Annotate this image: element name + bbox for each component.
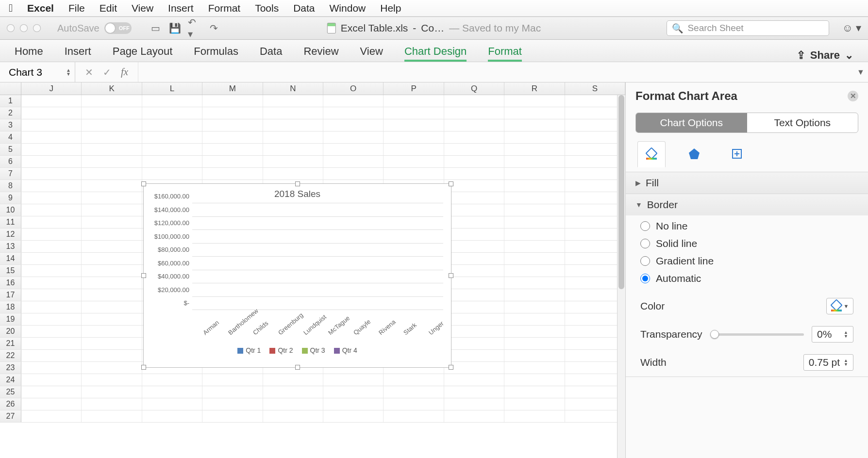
cell[interactable] xyxy=(82,301,142,313)
cell[interactable] xyxy=(202,410,263,422)
cell[interactable] xyxy=(202,398,263,410)
cell[interactable] xyxy=(263,131,323,143)
chart-legend[interactable]: Qtr 1Qtr 2Qtr 3Qtr 4 xyxy=(144,346,451,354)
menu-data[interactable]: Data xyxy=(293,2,315,14)
col-r[interactable]: R xyxy=(504,82,565,95)
tab-text-options[interactable]: Text Options xyxy=(747,113,858,132)
resize-handle[interactable] xyxy=(295,181,300,186)
cell[interactable] xyxy=(504,229,565,240)
cell[interactable] xyxy=(384,156,444,167)
row-header[interactable]: 21 xyxy=(0,338,21,349)
cell[interactable] xyxy=(82,410,142,422)
legend-item[interactable]: Qtr 4 xyxy=(334,346,357,354)
cell[interactable] xyxy=(21,410,82,422)
cell[interactable] xyxy=(444,386,504,398)
cell[interactable] xyxy=(82,192,142,204)
feedback-icon[interactable]: ☺ ▾ xyxy=(842,22,861,34)
tab-insert[interactable]: Insert xyxy=(65,45,91,62)
cell[interactable] xyxy=(82,265,142,277)
cell[interactable] xyxy=(444,301,504,313)
resize-handle[interactable] xyxy=(141,181,146,186)
radio-automatic[interactable]: Automatic xyxy=(640,273,853,284)
cell[interactable] xyxy=(21,253,82,264)
row-header[interactable]: 19 xyxy=(0,313,21,325)
cell[interactable] xyxy=(21,326,82,337)
pane-icon-tabs[interactable] xyxy=(626,141,868,172)
cell[interactable] xyxy=(444,144,504,155)
cell[interactable] xyxy=(21,192,82,204)
cell[interactable] xyxy=(323,398,384,410)
menu-view[interactable]: View xyxy=(132,2,153,14)
cell[interactable] xyxy=(82,386,142,398)
legend-item[interactable]: Qtr 1 xyxy=(237,346,261,354)
cell[interactable] xyxy=(82,119,142,131)
cell[interactable] xyxy=(202,107,263,119)
cell[interactable] xyxy=(82,216,142,228)
cell[interactable] xyxy=(444,216,504,228)
tab-chart-design[interactable]: Chart Design xyxy=(404,45,467,62)
row-header[interactable]: 1 xyxy=(0,95,21,107)
cell[interactable] xyxy=(384,398,444,410)
grid-row[interactable]: 26 xyxy=(0,398,625,410)
radio-gradient-line[interactable]: Gradient line xyxy=(640,255,853,267)
transparency-value[interactable]: 0%▲▼ xyxy=(812,326,853,343)
row-header[interactable]: 14 xyxy=(0,253,21,264)
cell[interactable] xyxy=(323,144,384,155)
cell[interactable] xyxy=(504,326,565,337)
cell[interactable] xyxy=(263,156,323,167)
cell[interactable] xyxy=(504,119,565,131)
cell[interactable] xyxy=(565,338,625,349)
cell[interactable] xyxy=(504,338,565,349)
cell[interactable] xyxy=(21,313,82,325)
resize-handle[interactable] xyxy=(449,181,453,186)
pane-segmented-tabs[interactable]: Chart Options Text Options xyxy=(635,113,858,133)
cell[interactable] xyxy=(504,374,565,386)
cell[interactable] xyxy=(21,374,82,386)
row-header[interactable]: 2 xyxy=(0,107,21,119)
tab-view[interactable]: View xyxy=(360,45,383,62)
cell[interactable] xyxy=(263,168,323,180)
grid-row[interactable]: 5 xyxy=(0,144,625,156)
chart-plot-area[interactable]: $-$20,000.00$40,000.00$60,000.00$80,000.… xyxy=(192,203,443,310)
cell[interactable] xyxy=(444,119,504,131)
cell[interactable] xyxy=(504,253,565,264)
cell[interactable] xyxy=(565,253,625,264)
scrollbar-thumb[interactable] xyxy=(618,95,624,289)
cell[interactable] xyxy=(202,95,263,107)
cell[interactable] xyxy=(323,131,384,143)
cell[interactable] xyxy=(504,362,565,374)
cell[interactable] xyxy=(263,374,323,386)
width-value[interactable]: 0.75 pt▲▼ xyxy=(803,354,853,371)
cell[interactable] xyxy=(21,301,82,313)
row-header[interactable]: 17 xyxy=(0,289,21,301)
cell[interactable] xyxy=(21,362,82,374)
cell[interactable] xyxy=(504,350,565,361)
menu-format[interactable]: Format xyxy=(208,2,241,14)
cell[interactable] xyxy=(504,180,565,192)
row-header[interactable]: 25 xyxy=(0,386,21,398)
cell[interactable] xyxy=(263,95,323,107)
menu-window[interactable]: Window xyxy=(330,2,366,14)
row-header[interactable]: 8 xyxy=(0,180,21,192)
cell[interactable] xyxy=(142,374,202,386)
cell[interactable] xyxy=(21,229,82,240)
slider-knob[interactable] xyxy=(710,330,719,339)
cell[interactable] xyxy=(444,241,504,252)
cell[interactable] xyxy=(444,204,504,216)
cell[interactable] xyxy=(565,398,625,410)
chart-title[interactable]: 2018 Sales xyxy=(144,184,451,201)
cell[interactable] xyxy=(444,156,504,167)
col-j[interactable]: J xyxy=(21,82,82,95)
grid-row[interactable]: 27 xyxy=(0,410,625,423)
menu-help[interactable]: Help xyxy=(380,2,401,14)
cell[interactable] xyxy=(504,216,565,228)
section-fill[interactable]: ▶Fill xyxy=(626,172,868,194)
row-header[interactable]: 6 xyxy=(0,156,21,167)
cell[interactable] xyxy=(21,350,82,361)
radio-no-line[interactable]: No line xyxy=(640,220,853,232)
cell[interactable] xyxy=(565,386,625,398)
effects-icon[interactable] xyxy=(680,141,708,167)
cell[interactable] xyxy=(565,192,625,204)
cell[interactable] xyxy=(444,229,504,240)
cell[interactable] xyxy=(202,374,263,386)
